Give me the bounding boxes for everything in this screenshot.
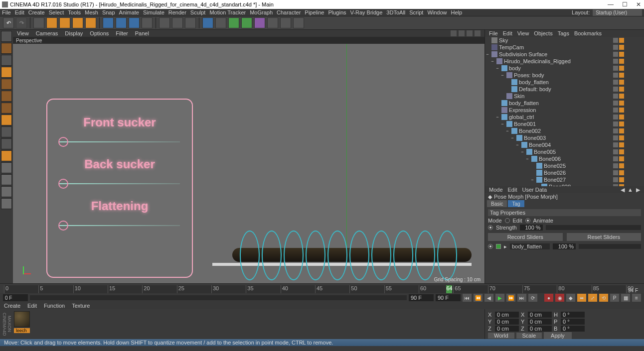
morph-slider[interactable]: [579, 244, 641, 249]
tag-icon[interactable]: [613, 156, 618, 161]
menu-snap[interactable]: Snap: [102, 9, 115, 15]
tree-label[interactable]: Bone025: [544, 163, 613, 169]
texture-mode-icon[interactable]: [1, 55, 12, 66]
menu-character[interactable]: Character: [277, 9, 301, 15]
attr-nav-fwd-icon[interactable]: ▶: [636, 187, 640, 193]
tag-icon[interactable]: [613, 38, 618, 43]
play-fwd-icon[interactable]: ▶: [495, 294, 504, 302]
menu-script[interactable]: Script: [409, 9, 423, 15]
coord-world-dropdown[interactable]: World: [488, 333, 514, 339]
record-sliders-button[interactable]: Record Sliders: [488, 233, 563, 241]
om-menu-edit[interactable]: Edit: [503, 30, 512, 36]
menu-mograph[interactable]: MoGraph: [250, 9, 273, 15]
vp-menu-display[interactable]: Display: [65, 30, 83, 36]
tag-icon[interactable]: [619, 59, 624, 64]
vp-nav-move-icon[interactable]: [451, 30, 457, 36]
tree-row[interactable]: body_flatten: [485, 100, 644, 107]
strength-key-icon[interactable]: [488, 225, 493, 230]
axis-z-icon[interactable]: [129, 17, 140, 28]
tree-row[interactable]: −Bone002: [485, 127, 644, 134]
prev-key-icon[interactable]: ⏪: [474, 294, 483, 302]
menu-plugins[interactable]: Plugins: [328, 9, 346, 15]
menu-select[interactable]: Select: [49, 9, 64, 15]
om-menu-objects[interactable]: Objects: [534, 30, 552, 36]
select-tool-icon[interactable]: [33, 17, 44, 28]
current-frame-field[interactable]: 0 F: [3, 294, 28, 301]
tag-icon[interactable]: [613, 128, 618, 133]
vp-menu-panel[interactable]: Panel: [135, 30, 149, 36]
menu-edit[interactable]: Edit: [15, 9, 24, 15]
axis-x-icon[interactable]: [103, 17, 114, 28]
tag-icon[interactable]: [613, 87, 618, 92]
tree-expand-icon[interactable]: −: [525, 156, 530, 161]
tag-icon[interactable]: [613, 142, 618, 147]
redo-button[interactable]: ↷: [16, 17, 27, 28]
tag-icon[interactable]: [619, 52, 624, 57]
tag-icon[interactable]: [613, 170, 618, 175]
tree-expand-icon[interactable]: −: [510, 135, 515, 140]
coord-p[interactable]: 0 °: [561, 319, 585, 325]
attr-nav-back-icon[interactable]: ◀: [621, 187, 625, 193]
vp-nav-toggle-icon[interactable]: [475, 30, 481, 36]
menu-vray[interactable]: V-Ray Bridge: [350, 9, 383, 15]
goto-end-icon[interactable]: ⏭: [517, 294, 526, 302]
workplane-icon[interactable]: [1, 67, 12, 78]
attr-nav-up-icon[interactable]: ▲: [628, 187, 633, 193]
tree-row[interactable]: −body: [485, 65, 644, 72]
tree-label[interactable]: Bone006: [539, 156, 613, 162]
tree-expand-icon[interactable]: −: [495, 115, 500, 119]
timeline-ruler[interactable]: 05101520253035404550556065707580859064 9…: [0, 283, 644, 293]
axis-y-icon[interactable]: [116, 17, 127, 28]
generator-icon[interactable]: [228, 17, 239, 28]
tree-expand-icon[interactable]: −: [530, 177, 535, 182]
camera-icon[interactable]: [280, 17, 291, 28]
render-settings-icon[interactable]: [185, 17, 196, 28]
tree-expand-icon[interactable]: −: [500, 73, 505, 78]
workplane-lock-icon[interactable]: [1, 162, 12, 173]
morph-enable-checkbox[interactable]: [496, 244, 501, 249]
object-mode-icon[interactable]: [1, 79, 12, 90]
viewport-solo-icon[interactable]: [1, 186, 12, 197]
menu-motiontracker[interactable]: Motion Tracker: [209, 9, 246, 15]
make-editable-icon[interactable]: [1, 31, 12, 42]
tag-icon[interactable]: [619, 45, 624, 50]
menu-animate[interactable]: Animate: [119, 9, 139, 15]
tag-icon[interactable]: [613, 45, 618, 50]
tree-row[interactable]: −Poses: body: [485, 72, 644, 79]
tree-expand-icon[interactable]: −: [490, 59, 495, 64]
hud-slider-front[interactable]: [59, 141, 180, 142]
tree-label[interactable]: Bone003: [524, 135, 613, 141]
tree-row[interactable]: −Bone003: [485, 134, 644, 141]
tag-icon[interactable]: [613, 66, 618, 71]
total-frames-field[interactable]: 90 F: [436, 294, 461, 301]
move-tool-icon[interactable]: [46, 17, 57, 28]
light-icon[interactable]: [293, 17, 304, 28]
mat-menu-texture[interactable]: Texture: [72, 303, 90, 309]
tree-expand-icon[interactable]: −: [520, 149, 525, 154]
tag-icon[interactable]: [619, 128, 624, 133]
tree-row[interactable]: body_flatten: [485, 79, 644, 86]
tag-icon[interactable]: [613, 73, 618, 78]
tree-label[interactable]: TempCam: [499, 44, 613, 50]
tag-icon[interactable]: [613, 177, 618, 182]
menu-mesh[interactable]: Mesh: [85, 9, 98, 15]
tag-icon[interactable]: [613, 135, 618, 140]
tag-icon[interactable]: [619, 142, 624, 147]
coord-b[interactable]: 0 °: [561, 326, 585, 332]
vp-nav-rotate-icon[interactable]: [467, 30, 473, 36]
menu-tools[interactable]: Tools: [68, 9, 81, 15]
xray-icon[interactable]: [1, 198, 12, 209]
attr-menu-edit[interactable]: Edit: [508, 187, 517, 193]
key-rot-icon[interactable]: ⟲: [599, 294, 608, 302]
tree-row[interactable]: −Bone005: [485, 148, 644, 155]
viewport-3d[interactable]: Front sucker Back sucker Flattening Grid…: [13, 44, 484, 283]
lock-icon[interactable]: [1, 174, 12, 185]
tree-row[interactable]: −Hirudo_Medicinalis_Rigged: [485, 58, 644, 65]
tree-label[interactable]: global_ctrl: [509, 114, 613, 120]
vp-nav-zoom-icon[interactable]: [459, 30, 465, 36]
tree-row[interactable]: TempCam: [485, 44, 644, 51]
key-scale-icon[interactable]: ⤢: [588, 294, 597, 302]
tag-icon[interactable]: [619, 94, 624, 99]
mat-menu-edit[interactable]: Edit: [27, 303, 37, 309]
tag-icon[interactable]: [619, 66, 624, 71]
